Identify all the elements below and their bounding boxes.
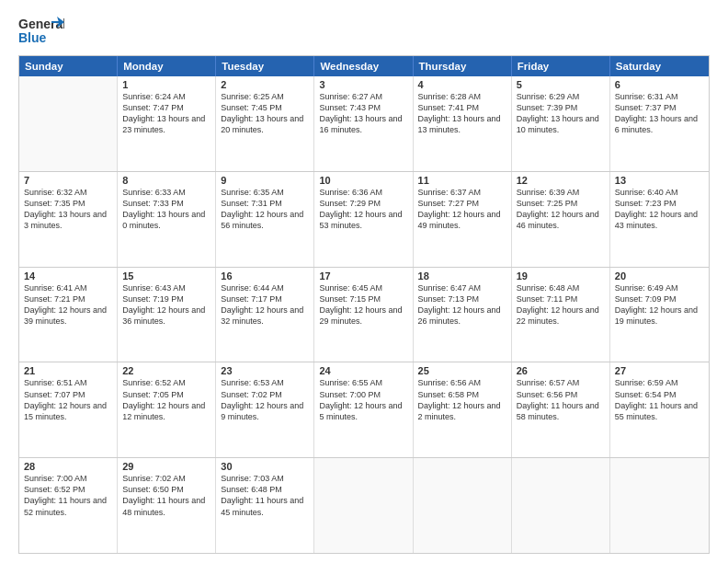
day-number: 6 bbox=[615, 79, 704, 90]
calendar-cell-3-5: 26Sunrise: 6:57 AMSunset: 6:56 PMDayligh… bbox=[512, 362, 610, 457]
day-number: 11 bbox=[418, 175, 506, 186]
calendar-cell-3-6: 27Sunrise: 6:59 AMSunset: 6:54 PMDayligh… bbox=[610, 362, 709, 457]
day-info: Sunrise: 6:49 AMSunset: 7:09 PMDaylight:… bbox=[615, 282, 704, 327]
day-info: Sunrise: 6:40 AMSunset: 7:23 PMDaylight:… bbox=[615, 187, 704, 232]
day-number: 2 bbox=[221, 79, 309, 90]
day-info: Sunrise: 6:45 AMSunset: 7:15 PMDaylight:… bbox=[319, 282, 407, 327]
day-info: Sunrise: 6:44 AMSunset: 7:17 PMDaylight:… bbox=[221, 282, 309, 327]
weekday-tuesday: Tuesday bbox=[216, 56, 314, 76]
weekday-wednesday: Wednesday bbox=[314, 56, 413, 76]
day-info: Sunrise: 6:43 AMSunset: 7:19 PMDaylight:… bbox=[122, 282, 210, 327]
logo-svg: GeneralBlue bbox=[18, 15, 64, 48]
day-number: 5 bbox=[517, 79, 605, 90]
day-number: 25 bbox=[418, 365, 506, 376]
day-info: Sunrise: 6:51 AMSunset: 7:07 PMDaylight:… bbox=[24, 377, 112, 422]
calendar-cell-3-2: 23Sunrise: 6:53 AMSunset: 7:02 PMDayligh… bbox=[216, 362, 314, 457]
page: GeneralBlue SundayMondayTuesdayWednesday… bbox=[0, 0, 728, 563]
day-info: Sunrise: 6:47 AMSunset: 7:13 PMDaylight:… bbox=[418, 282, 506, 327]
day-info: Sunrise: 6:29 AMSunset: 7:39 PMDaylight:… bbox=[517, 91, 605, 136]
weekday-sunday: Sunday bbox=[19, 56, 118, 76]
day-info: Sunrise: 6:25 AMSunset: 7:45 PMDaylight:… bbox=[221, 91, 309, 136]
calendar-row-3: 21Sunrise: 6:51 AMSunset: 7:07 PMDayligh… bbox=[19, 362, 709, 458]
calendar-row-4: 28Sunrise: 7:00 AMSunset: 6:52 PMDayligh… bbox=[19, 458, 709, 553]
calendar-cell-0-1: 1Sunrise: 6:24 AMSunset: 7:47 PMDaylight… bbox=[118, 76, 216, 171]
logo: GeneralBlue bbox=[18, 15, 64, 48]
weekday-thursday: Thursday bbox=[414, 56, 512, 76]
calendar-cell-1-0: 7Sunrise: 6:32 AMSunset: 7:35 PMDaylight… bbox=[19, 172, 118, 267]
day-number: 8 bbox=[122, 175, 210, 186]
calendar-header: SundayMondayTuesdayWednesdayThursdayFrid… bbox=[19, 56, 709, 76]
calendar-cell-4-1: 29Sunrise: 7:02 AMSunset: 6:50 PMDayligh… bbox=[118, 458, 216, 553]
calendar-cell-1-6: 13Sunrise: 6:40 AMSunset: 7:23 PMDayligh… bbox=[610, 172, 709, 267]
calendar-cell-0-4: 4Sunrise: 6:28 AMSunset: 7:41 PMDaylight… bbox=[414, 76, 512, 171]
calendar-cell-4-3 bbox=[314, 458, 413, 553]
calendar-cell-1-2: 9Sunrise: 6:35 AMSunset: 7:31 PMDaylight… bbox=[216, 172, 314, 267]
day-info: Sunrise: 6:31 AMSunset: 7:37 PMDaylight:… bbox=[615, 91, 704, 136]
day-number: 7 bbox=[24, 175, 112, 186]
day-number: 29 bbox=[122, 461, 210, 472]
day-info: Sunrise: 6:35 AMSunset: 7:31 PMDaylight:… bbox=[221, 187, 309, 232]
calendar-cell-0-6: 6Sunrise: 6:31 AMSunset: 7:37 PMDaylight… bbox=[610, 76, 709, 171]
day-info: Sunrise: 6:39 AMSunset: 7:25 PMDaylight:… bbox=[517, 187, 605, 232]
weekday-monday: Monday bbox=[118, 56, 216, 76]
calendar-row-0: 1Sunrise: 6:24 AMSunset: 7:47 PMDaylight… bbox=[19, 76, 709, 172]
day-info: Sunrise: 6:24 AMSunset: 7:47 PMDaylight:… bbox=[122, 91, 210, 136]
calendar-cell-2-4: 18Sunrise: 6:47 AMSunset: 7:13 PMDayligh… bbox=[414, 268, 512, 362]
day-info: Sunrise: 6:33 AMSunset: 7:33 PMDaylight:… bbox=[122, 187, 210, 232]
calendar-cell-2-5: 19Sunrise: 6:48 AMSunset: 7:11 PMDayligh… bbox=[512, 268, 610, 362]
day-number: 13 bbox=[615, 175, 704, 186]
day-info: Sunrise: 6:52 AMSunset: 7:05 PMDaylight:… bbox=[122, 377, 210, 422]
calendar-cell-4-4 bbox=[414, 458, 512, 553]
day-number: 24 bbox=[319, 365, 407, 376]
calendar-cell-0-0 bbox=[19, 76, 118, 171]
day-number: 28 bbox=[24, 461, 112, 472]
calendar: SundayMondayTuesdayWednesdayThursdayFrid… bbox=[18, 55, 710, 554]
calendar-cell-3-3: 24Sunrise: 6:55 AMSunset: 7:00 PMDayligh… bbox=[314, 362, 413, 457]
header: GeneralBlue bbox=[18, 15, 710, 48]
day-info: Sunrise: 6:55 AMSunset: 7:00 PMDaylight:… bbox=[319, 377, 407, 422]
day-number: 10 bbox=[319, 175, 407, 186]
day-number: 18 bbox=[418, 270, 506, 282]
calendar-cell-2-2: 16Sunrise: 6:44 AMSunset: 7:17 PMDayligh… bbox=[216, 268, 314, 362]
day-number: 14 bbox=[24, 270, 112, 282]
day-number: 19 bbox=[517, 270, 605, 282]
day-number: 12 bbox=[517, 175, 605, 186]
day-info: Sunrise: 6:36 AMSunset: 7:29 PMDaylight:… bbox=[319, 187, 407, 232]
day-info: Sunrise: 6:48 AMSunset: 7:11 PMDaylight:… bbox=[517, 282, 605, 327]
day-info: Sunrise: 6:32 AMSunset: 7:35 PMDaylight:… bbox=[24, 187, 112, 232]
day-info: Sunrise: 6:27 AMSunset: 7:43 PMDaylight:… bbox=[319, 91, 407, 136]
calendar-cell-4-5 bbox=[512, 458, 610, 553]
day-number: 3 bbox=[319, 79, 407, 90]
day-info: Sunrise: 6:37 AMSunset: 7:27 PMDaylight:… bbox=[418, 187, 506, 232]
calendar-cell-0-3: 3Sunrise: 6:27 AMSunset: 7:43 PMDaylight… bbox=[314, 76, 413, 171]
weekday-saturday: Saturday bbox=[610, 56, 709, 76]
calendar-cell-4-0: 28Sunrise: 7:00 AMSunset: 6:52 PMDayligh… bbox=[19, 458, 118, 553]
calendar-cell-1-5: 12Sunrise: 6:39 AMSunset: 7:25 PMDayligh… bbox=[512, 172, 610, 267]
day-number: 1 bbox=[122, 79, 210, 90]
day-number: 22 bbox=[122, 365, 210, 376]
calendar-cell-2-1: 15Sunrise: 6:43 AMSunset: 7:19 PMDayligh… bbox=[118, 268, 216, 362]
day-number: 26 bbox=[517, 365, 605, 376]
calendar-cell-0-2: 2Sunrise: 6:25 AMSunset: 7:45 PMDaylight… bbox=[216, 76, 314, 171]
day-info: Sunrise: 6:28 AMSunset: 7:41 PMDaylight:… bbox=[418, 91, 506, 136]
calendar-cell-2-0: 14Sunrise: 6:41 AMSunset: 7:21 PMDayligh… bbox=[19, 268, 118, 362]
calendar-body: 1Sunrise: 6:24 AMSunset: 7:47 PMDaylight… bbox=[19, 76, 709, 553]
svg-text:General: General bbox=[18, 17, 64, 31]
calendar-row-1: 7Sunrise: 6:32 AMSunset: 7:35 PMDaylight… bbox=[19, 172, 709, 268]
calendar-cell-2-3: 17Sunrise: 6:45 AMSunset: 7:15 PMDayligh… bbox=[314, 268, 413, 362]
day-info: Sunrise: 6:53 AMSunset: 7:02 PMDaylight:… bbox=[221, 377, 309, 422]
day-info: Sunrise: 7:02 AMSunset: 6:50 PMDaylight:… bbox=[122, 473, 210, 518]
day-number: 20 bbox=[615, 270, 704, 282]
day-info: Sunrise: 6:59 AMSunset: 6:54 PMDaylight:… bbox=[615, 377, 704, 422]
calendar-cell-1-4: 11Sunrise: 6:37 AMSunset: 7:27 PMDayligh… bbox=[414, 172, 512, 267]
calendar-cell-1-1: 8Sunrise: 6:33 AMSunset: 7:33 PMDaylight… bbox=[118, 172, 216, 267]
day-number: 30 bbox=[221, 461, 309, 472]
day-info: Sunrise: 6:57 AMSunset: 6:56 PMDaylight:… bbox=[517, 377, 605, 422]
weekday-friday: Friday bbox=[512, 56, 610, 76]
calendar-cell-3-4: 25Sunrise: 6:56 AMSunset: 6:58 PMDayligh… bbox=[414, 362, 512, 457]
calendar-cell-2-6: 20Sunrise: 6:49 AMSunset: 7:09 PMDayligh… bbox=[610, 268, 709, 362]
calendar-row-2: 14Sunrise: 6:41 AMSunset: 7:21 PMDayligh… bbox=[19, 268, 709, 363]
day-number: 15 bbox=[122, 270, 210, 282]
day-number: 27 bbox=[615, 365, 704, 376]
calendar-cell-4-6 bbox=[610, 458, 709, 553]
